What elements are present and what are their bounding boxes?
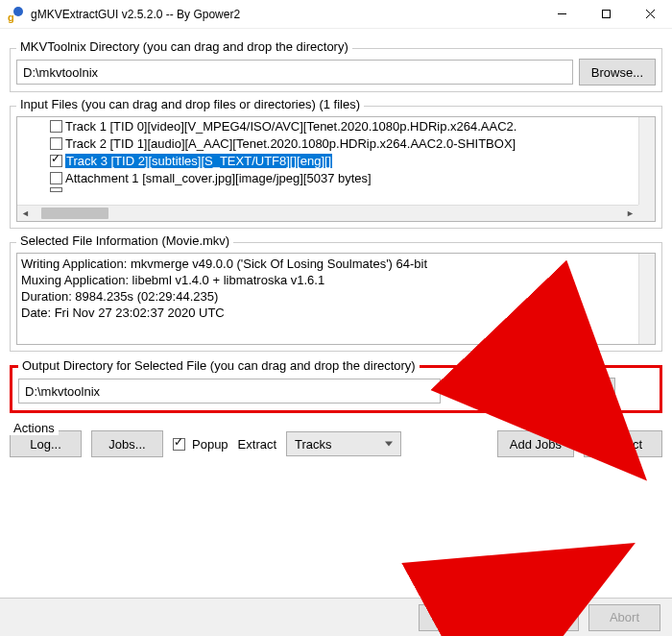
options-button[interactable]: Options... — [419, 604, 497, 631]
actions-group: Actions Log... Jobs... Popup Extract Tra… — [10, 430, 662, 457]
output-dir-input[interactable] — [18, 379, 441, 404]
popup-label: Popup — [192, 437, 228, 452]
info-line: Duration: 8984.235s (02:29:44.235) — [21, 288, 634, 305]
tree-item-label: Track 2 [TID 1][audio][A_AAC][Tenet.2020… — [65, 136, 516, 151]
popup-checkbox[interactable] — [173, 438, 185, 451]
info-line: Muxing Application: libebml v1.4.0 + lib… — [21, 272, 634, 288]
abort-button[interactable]: Abort — [588, 604, 660, 631]
title-bar: g gMKVExtractGUI v2.5.2.0 -- By Gpower2 — [0, 0, 672, 29]
minimize-button[interactable] — [540, 0, 584, 29]
mkvtoolnix-dir-group: MKVToolnix Directory (you can drag and d… — [10, 48, 662, 92]
output-browse-button[interactable]: Browse... — [539, 378, 615, 404]
input-files-tree[interactable]: Track 1 [TID 0][video][V_MPEG4/ISO/AVC][… — [16, 116, 656, 222]
mkvtoolnix-dir-input[interactable] — [16, 60, 573, 85]
close-button[interactable] — [628, 0, 672, 29]
tree-item-checkbox[interactable] — [50, 172, 62, 184]
tree-item-checkbox[interactable] — [50, 137, 62, 150]
window-title: gMKVExtractGUI v2.5.2.0 -- By Gpower2 — [31, 8, 240, 21]
info-line: Writing Application: mkvmerge v49.0.0 ('… — [21, 256, 634, 272]
tree-item-checkbox[interactable] — [50, 120, 62, 133]
svg-text:g: g — [8, 12, 14, 23]
tree-horizontal-scrollbar[interactable]: ◄ ► — [17, 205, 638, 221]
app-icon: g — [8, 6, 25, 23]
svg-rect-3 — [602, 11, 610, 18]
input-files-legend: Input Files (you can drag and drop files… — [16, 97, 364, 111]
scroll-left-icon[interactable]: ◄ — [17, 206, 34, 222]
output-dir-legend: Output Directory for Selected File (you … — [18, 358, 420, 373]
selected-info-group: Selected File Information (Movie.mkv) Wr… — [10, 242, 662, 352]
extract-mode-select[interactable]: Tracks — [286, 431, 401, 456]
extract-mode-value: Tracks — [295, 437, 332, 452]
mkvtoolnix-browse-button[interactable]: Browse... — [579, 59, 656, 86]
output-dir-group: Output Directory for Selected File (you … — [10, 365, 662, 413]
tree-vertical-scrollbar[interactable] — [638, 117, 655, 205]
tree-item[interactable]: Attachment 1 [small_cover.jpg][image/jpe… — [50, 169, 638, 186]
selected-info-legend: Selected File Information (Movie.mkv) — [16, 233, 233, 248]
use-source-label: Use Source — [446, 384, 512, 399]
svg-point-0 — [13, 7, 23, 16]
extract-button[interactable]: Extract — [584, 430, 662, 457]
tree-item[interactable]: Track 3 [TID 2][subtitles][S_TEXT/UTF8][… — [50, 152, 638, 169]
popup-toggle[interactable]: Popup — [173, 437, 228, 452]
abort-all-button[interactable]: Abort All — [507, 604, 579, 631]
tree-item[interactable]: Track 2 [TID 1][audio][A_AAC][Tenet.2020… — [50, 135, 638, 152]
tree-item-checkbox[interactable] — [50, 155, 62, 167]
scroll-thumb[interactable] — [41, 208, 108, 219]
add-jobs-button[interactable]: Add Jobs — [497, 430, 574, 457]
scroll-corner — [638, 205, 655, 221]
info-line: Date: Fri Nov 27 23:02:37 2020 UTC — [21, 305, 634, 321]
mkvtoolnix-dir-legend: MKVToolnix Directory (you can drag and d… — [16, 39, 352, 54]
tree-item-label: Track 1 [TID 0][video][V_MPEG4/ISO/AVC][… — [65, 119, 516, 134]
extract-mode-label: Extract — [238, 437, 276, 452]
tree-item-checkbox[interactable] — [50, 187, 62, 192]
info-vertical-scrollbar[interactable] — [638, 254, 655, 344]
selected-info-text[interactable]: Writing Application: mkvmerge v49.0.0 ('… — [16, 253, 656, 345]
maximize-button[interactable] — [584, 0, 628, 29]
use-source-checkbox[interactable] — [517, 385, 530, 398]
jobs-button[interactable]: Jobs... — [91, 430, 163, 457]
tree-item[interactable]: Track 1 [TID 0][video][V_MPEG4/ISO/AVC][… — [50, 117, 638, 135]
actions-legend: Actions — [10, 421, 59, 435]
scroll-right-icon[interactable]: ► — [622, 206, 638, 222]
bottom-bar: Options... Abort All Abort — [0, 598, 672, 636]
tree-item[interactable] — [50, 186, 638, 192]
tree-item-label: Attachment 1 [small_cover.jpg][image/jpe… — [65, 171, 372, 185]
tree-item-label: Track 3 [TID 2][subtitles][S_TEXT/UTF8][… — [65, 154, 332, 168]
input-files-group: Input Files (you can drag and drop files… — [10, 106, 662, 229]
